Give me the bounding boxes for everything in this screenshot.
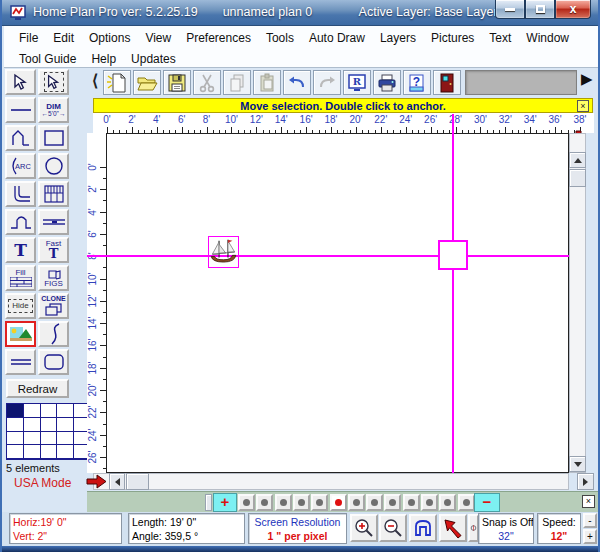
zoom-level-dot-9[interactable] — [384, 494, 401, 511]
menu-item-help[interactable]: Help — [89, 51, 118, 67]
horizontal-scroll-thumb[interactable] — [126, 473, 149, 490]
pattern-grid-cell[interactable] — [24, 404, 41, 418]
zoom-bar-close-icon[interactable]: × — [582, 495, 595, 508]
corner-wall-tool-button[interactable] — [5, 181, 36, 207]
pointer-mode-button[interactable] — [439, 514, 467, 542]
pattern-grid-cell[interactable] — [57, 432, 74, 446]
menu-item-pictures[interactable]: Pictures — [429, 30, 476, 46]
text-tool-button[interactable]: T — [5, 237, 36, 263]
pattern-grid-cell[interactable] — [24, 418, 41, 432]
rounded-rect-tool-button[interactable] — [38, 349, 69, 375]
pattern-grid-cell[interactable] — [24, 445, 41, 459]
parallel-lines-tool-button[interactable] — [5, 349, 36, 375]
pattern-grid-cell[interactable] — [7, 418, 24, 432]
pattern-grid-cell[interactable] — [24, 432, 41, 446]
fill-tool-button[interactable]: Fill — [5, 265, 36, 291]
pattern-grid-cell[interactable] — [57, 404, 74, 418]
freehand-curve-tool-button[interactable] — [38, 321, 69, 347]
minimize-button[interactable] — [495, 0, 525, 19]
help-button[interactable]: ? — [403, 70, 431, 95]
ship-selection-box[interactable] — [208, 236, 239, 268]
menu-item-preferences[interactable]: Preferences — [184, 30, 253, 46]
zoom-out-button[interactable] — [379, 514, 407, 542]
polyline-tool-button[interactable] — [5, 125, 36, 151]
anchor-box[interactable] — [438, 240, 468, 270]
menu-item-layers[interactable]: Layers — [378, 30, 418, 46]
zoom-level-dot-4[interactable] — [293, 494, 310, 511]
open-file-button[interactable] — [133, 70, 161, 95]
pattern-grid-cell[interactable] — [41, 404, 58, 418]
fit-window-button[interactable] — [409, 514, 437, 542]
menu-item-auto-draw[interactable]: Auto Draw — [307, 30, 367, 46]
speed-decrease-button[interactable]: - — [583, 513, 597, 528]
zoom-level-dot-12[interactable] — [439, 494, 456, 511]
pattern-grid-cell[interactable] — [57, 418, 74, 432]
toolbar-collapse-left-icon[interactable]: ⟨ — [92, 71, 98, 90]
zoom-in-button[interactable] — [350, 514, 378, 542]
maximize-button[interactable] — [525, 0, 555, 19]
menu-item-options[interactable]: Options — [87, 30, 132, 46]
pattern-grid-cell[interactable] — [7, 432, 24, 446]
zoom-level-dot-7[interactable] — [348, 494, 365, 511]
scroll-down-button[interactable] — [569, 456, 586, 472]
menu-item-edit[interactable]: Edit — [51, 30, 76, 46]
pattern-grid-cell[interactable] — [7, 404, 24, 418]
rectangle-tool-button[interactable] — [38, 125, 69, 151]
screen-button[interactable]: R — [343, 70, 371, 95]
zoom-bar-stub-button[interactable] — [205, 494, 212, 511]
circle-tool-button[interactable] — [38, 153, 69, 179]
zoom-level-dot-11[interactable] — [421, 494, 438, 511]
close-button[interactable]: x — [555, 0, 591, 19]
picture-tool-button[interactable] — [5, 321, 36, 347]
zoom-out-level-button[interactable]: − — [474, 493, 500, 512]
vertical-scroll-thumb[interactable] — [569, 169, 586, 187]
arc-tool-button[interactable]: ARC — [5, 153, 36, 179]
drawing-canvas[interactable] — [106, 133, 569, 473]
pattern-grid-cell[interactable] — [41, 432, 58, 446]
save-button[interactable] — [163, 70, 191, 95]
figures-tool-button[interactable]: FIGS — [38, 265, 69, 291]
zoom-in-level-button[interactable]: + — [213, 493, 237, 512]
menu-item-file[interactable]: File — [17, 30, 40, 46]
menu-item-updates[interactable]: Updates — [129, 51, 178, 67]
hide-tool-button[interactable]: Hide — [5, 293, 36, 319]
new-file-button[interactable] — [103, 70, 131, 95]
pattern-grid-cell[interactable] — [41, 418, 58, 432]
exit-button[interactable] — [433, 70, 461, 95]
window-grid-tool-button[interactable] — [38, 181, 69, 207]
menu-item-text[interactable]: Text — [487, 30, 513, 46]
redraw-button[interactable]: Redraw — [6, 379, 69, 398]
zoom-level-dot-13[interactable] — [458, 494, 475, 511]
speed-increase-button[interactable]: + — [583, 529, 597, 544]
fast-text-tool-button[interactable]: Fast T — [38, 237, 69, 263]
line-tool-button[interactable] — [5, 97, 36, 123]
clone-tool-button[interactable]: CLONE — [38, 293, 69, 319]
menu-item-tool-guide[interactable]: Tool Guide — [17, 51, 78, 67]
scroll-right-button[interactable] — [577, 473, 594, 490]
menu-item-view[interactable]: View — [143, 30, 173, 46]
select-tool-button[interactable] — [5, 69, 36, 95]
zoom-level-dot-6[interactable] — [330, 494, 347, 511]
dimension-tool-button[interactable]: DIM ←5'0"→ — [38, 97, 69, 123]
horizontal-scrollbar[interactable] — [93, 473, 569, 490]
zoom-level-dot-3[interactable] — [275, 494, 292, 511]
banner-close-icon[interactable]: × — [577, 100, 589, 112]
toolbar-expand-right-icon[interactable]: ▶ — [581, 70, 593, 88]
pattern-grid-cell[interactable] — [41, 445, 58, 459]
double-wall-tool-button[interactable] — [38, 209, 69, 235]
door-swing-tool-button[interactable] — [5, 209, 36, 235]
zoom-level-dot-10[interactable] — [403, 494, 420, 511]
zoom-level-dot-1[interactable] — [238, 494, 255, 511]
group-select-tool-button[interactable] — [38, 69, 69, 95]
menu-item-window[interactable]: Window — [524, 30, 571, 46]
scroll-left-button[interactable] — [109, 473, 125, 490]
zoom-level-dot-2[interactable] — [256, 494, 273, 511]
undo-button[interactable] — [283, 70, 311, 95]
pattern-grid-cell[interactable] — [7, 445, 24, 459]
scroll-up-button[interactable] — [569, 152, 586, 168]
menu-item-tools[interactable]: Tools — [264, 30, 296, 46]
zoom-level-dot-5[interactable] — [311, 494, 328, 511]
zoom-level-dot-8[interactable] — [366, 494, 383, 511]
print-button[interactable] — [373, 70, 401, 95]
pattern-grid-cell[interactable] — [57, 445, 74, 459]
